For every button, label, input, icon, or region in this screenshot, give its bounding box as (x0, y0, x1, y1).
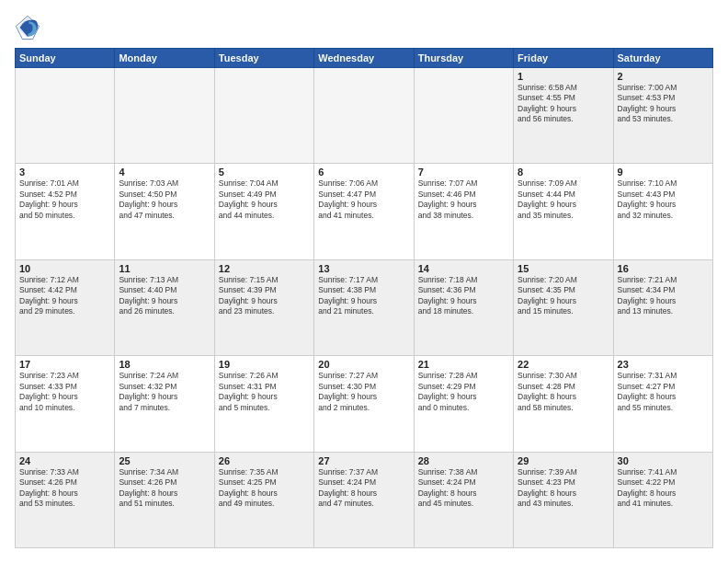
weekday-header-sunday: Sunday (16, 49, 115, 68)
day-number: 29 (518, 455, 609, 466)
day-number: 21 (418, 359, 509, 370)
day-info: Sunrise: 7:37 AMSunset: 4:24 PMDaylight:… (318, 467, 409, 510)
calendar-cell: 11Sunrise: 7:13 AMSunset: 4:40 PMDayligh… (115, 259, 214, 355)
day-number: 2 (618, 71, 709, 82)
day-number: 9 (618, 167, 709, 178)
calendar-cell: 1Sunrise: 6:58 AMSunset: 4:55 PMDaylight… (514, 68, 613, 164)
logo-icon (15, 15, 40, 40)
day-info: Sunrise: 7:12 AMSunset: 4:42 PMDaylight:… (19, 275, 110, 317)
calendar-cell: 4Sunrise: 7:03 AMSunset: 4:50 PMDaylight… (115, 164, 214, 259)
day-info: Sunrise: 7:01 AMSunset: 4:52 PMDaylight:… (19, 178, 110, 221)
day-info: Sunrise: 7:35 AMSunset: 4:25 PMDaylight:… (219, 467, 310, 510)
day-number: 27 (318, 455, 409, 466)
week-row-5: 24Sunrise: 7:33 AMSunset: 4:26 PMDayligh… (16, 452, 713, 547)
calendar-cell: 28Sunrise: 7:38 AMSunset: 4:24 PMDayligh… (414, 452, 513, 547)
day-number: 13 (318, 263, 409, 274)
day-number: 3 (19, 167, 110, 178)
weekday-header-friday: Friday (514, 49, 613, 68)
calendar-cell: 8Sunrise: 7:09 AMSunset: 4:44 PMDaylight… (514, 164, 613, 259)
day-number: 24 (19, 455, 110, 466)
calendar-cell (16, 68, 115, 164)
calendar-cell: 15Sunrise: 7:20 AMSunset: 4:35 PMDayligh… (514, 259, 613, 355)
calendar-cell: 10Sunrise: 7:12 AMSunset: 4:42 PMDayligh… (16, 259, 115, 355)
day-number: 18 (119, 359, 210, 370)
day-number: 17 (19, 359, 110, 370)
day-info: Sunrise: 7:30 AMSunset: 4:28 PMDaylight:… (518, 371, 609, 413)
day-number: 1 (518, 71, 609, 82)
calendar-cell (414, 68, 513, 164)
day-info: Sunrise: 7:04 AMSunset: 4:49 PMDaylight:… (219, 178, 310, 221)
day-number: 6 (318, 167, 409, 178)
week-row-1: 1Sunrise: 6:58 AMSunset: 4:55 PMDaylight… (16, 68, 713, 164)
day-number: 22 (518, 359, 609, 370)
day-info: Sunrise: 7:13 AMSunset: 4:40 PMDaylight:… (119, 275, 210, 317)
day-number: 11 (119, 263, 210, 274)
week-row-2: 3Sunrise: 7:01 AMSunset: 4:52 PMDaylight… (16, 164, 713, 259)
day-number: 23 (618, 359, 709, 370)
day-number: 25 (119, 455, 210, 466)
calendar-cell: 21Sunrise: 7:28 AMSunset: 4:29 PMDayligh… (414, 356, 513, 452)
calendar-cell: 12Sunrise: 7:15 AMSunset: 4:39 PMDayligh… (214, 259, 313, 355)
calendar-cell: 30Sunrise: 7:41 AMSunset: 4:22 PMDayligh… (613, 452, 712, 547)
weekday-header-thursday: Thursday (414, 49, 513, 68)
day-number: 5 (219, 167, 310, 178)
day-number: 15 (518, 263, 609, 274)
calendar-cell: 5Sunrise: 7:04 AMSunset: 4:49 PMDaylight… (214, 164, 313, 259)
calendar-table: SundayMondayTuesdayWednesdayThursdayFrid… (15, 48, 713, 548)
day-info: Sunrise: 7:07 AMSunset: 4:46 PMDaylight:… (418, 178, 509, 221)
day-number: 10 (19, 263, 110, 274)
day-number: 8 (518, 167, 609, 178)
day-info: Sunrise: 7:21 AMSunset: 4:34 PMDaylight:… (618, 275, 709, 317)
calendar-cell: 26Sunrise: 7:35 AMSunset: 4:25 PMDayligh… (214, 452, 313, 547)
day-info: Sunrise: 7:18 AMSunset: 4:36 PMDaylight:… (418, 275, 509, 317)
calendar-cell: 9Sunrise: 7:10 AMSunset: 4:43 PMDaylight… (613, 164, 712, 259)
header (15, 15, 713, 40)
week-row-4: 17Sunrise: 7:23 AMSunset: 4:33 PMDayligh… (16, 356, 713, 452)
day-info: Sunrise: 7:27 AMSunset: 4:30 PMDaylight:… (318, 371, 409, 413)
day-info: Sunrise: 7:06 AMSunset: 4:47 PMDaylight:… (318, 178, 409, 221)
calendar-cell: 25Sunrise: 7:34 AMSunset: 4:26 PMDayligh… (115, 452, 214, 547)
calendar-cell: 7Sunrise: 7:07 AMSunset: 4:46 PMDaylight… (414, 164, 513, 259)
week-row-3: 10Sunrise: 7:12 AMSunset: 4:42 PMDayligh… (16, 259, 713, 355)
day-number: 26 (219, 455, 310, 466)
weekday-header-saturday: Saturday (613, 49, 712, 68)
calendar-cell (314, 68, 414, 164)
day-info: Sunrise: 6:58 AMSunset: 4:55 PMDaylight:… (518, 83, 609, 125)
day-info: Sunrise: 7:23 AMSunset: 4:33 PMDaylight:… (19, 371, 110, 413)
day-number: 20 (318, 359, 409, 370)
calendar-cell: 3Sunrise: 7:01 AMSunset: 4:52 PMDaylight… (16, 164, 115, 259)
calendar-cell: 24Sunrise: 7:33 AMSunset: 4:26 PMDayligh… (16, 452, 115, 547)
weekday-header-monday: Monday (115, 49, 214, 68)
calendar-cell: 22Sunrise: 7:30 AMSunset: 4:28 PMDayligh… (514, 356, 613, 452)
day-info: Sunrise: 7:24 AMSunset: 4:32 PMDaylight:… (119, 371, 210, 413)
calendar-cell: 2Sunrise: 7:00 AMSunset: 4:53 PMDaylight… (613, 68, 712, 164)
day-info: Sunrise: 7:20 AMSunset: 4:35 PMDaylight:… (518, 275, 609, 317)
weekday-header-wednesday: Wednesday (314, 49, 414, 68)
day-info: Sunrise: 7:28 AMSunset: 4:29 PMDaylight:… (418, 371, 509, 413)
day-info: Sunrise: 7:38 AMSunset: 4:24 PMDaylight:… (418, 467, 509, 510)
page: SundayMondayTuesdayWednesdayThursdayFrid… (0, 0, 728, 563)
day-info: Sunrise: 7:00 AMSunset: 4:53 PMDaylight:… (618, 83, 709, 125)
day-info: Sunrise: 7:39 AMSunset: 4:23 PMDaylight:… (518, 467, 609, 510)
day-info: Sunrise: 7:31 AMSunset: 4:27 PMDaylight:… (618, 371, 709, 413)
weekday-header-tuesday: Tuesday (214, 49, 313, 68)
calendar-cell: 20Sunrise: 7:27 AMSunset: 4:30 PMDayligh… (314, 356, 414, 452)
calendar-cell: 27Sunrise: 7:37 AMSunset: 4:24 PMDayligh… (314, 452, 414, 547)
day-info: Sunrise: 7:33 AMSunset: 4:26 PMDaylight:… (19, 467, 110, 510)
day-info: Sunrise: 7:10 AMSunset: 4:43 PMDaylight:… (618, 178, 709, 221)
day-number: 28 (418, 455, 509, 466)
calendar-cell: 17Sunrise: 7:23 AMSunset: 4:33 PMDayligh… (16, 356, 115, 452)
calendar-cell: 23Sunrise: 7:31 AMSunset: 4:27 PMDayligh… (613, 356, 712, 452)
day-number: 30 (618, 455, 709, 466)
day-info: Sunrise: 7:26 AMSunset: 4:31 PMDaylight:… (219, 371, 310, 413)
day-info: Sunrise: 7:03 AMSunset: 4:50 PMDaylight:… (119, 178, 210, 221)
calendar-cell (214, 68, 313, 164)
day-info: Sunrise: 7:15 AMSunset: 4:39 PMDaylight:… (219, 275, 310, 317)
calendar-cell: 14Sunrise: 7:18 AMSunset: 4:36 PMDayligh… (414, 259, 513, 355)
weekday-header-row: SundayMondayTuesdayWednesdayThursdayFrid… (16, 49, 713, 68)
calendar-cell (115, 68, 214, 164)
day-number: 16 (618, 263, 709, 274)
day-info: Sunrise: 7:34 AMSunset: 4:26 PMDaylight:… (119, 467, 210, 510)
calendar-cell: 13Sunrise: 7:17 AMSunset: 4:38 PMDayligh… (314, 259, 414, 355)
day-info: Sunrise: 7:17 AMSunset: 4:38 PMDaylight:… (318, 275, 409, 317)
